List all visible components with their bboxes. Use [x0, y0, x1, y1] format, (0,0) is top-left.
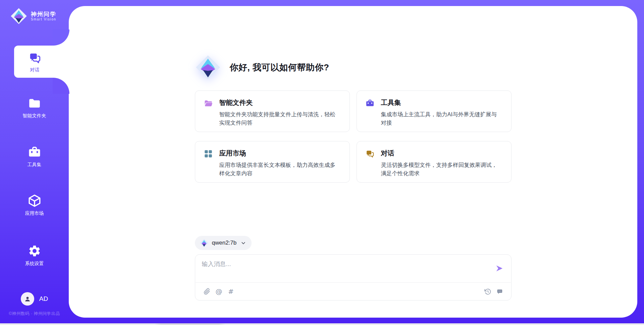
sidebar-item-market[interactable]: 应用市场	[0, 193, 69, 216]
feedback-button[interactable]	[496, 287, 504, 296]
hash-icon[interactable]: #	[227, 287, 235, 296]
greeting: 你好, 我可以如何帮助你?	[195, 54, 512, 80]
paperclip-icon	[204, 288, 210, 295]
attach-button[interactable]	[203, 287, 211, 296]
card-description: 应用市场提供丰富长文本模板，助力高效生成多样化文章内容	[219, 161, 341, 178]
chevron-down-icon	[240, 240, 246, 246]
brand-name: 神州问学	[31, 11, 56, 18]
sidebar-footer: ©神州数码 · 神州问学出品	[0, 311, 69, 317]
sidebar-item-label: 智能文件夹	[23, 113, 46, 119]
card-title: 工具集	[381, 98, 502, 107]
sidebar-item-label: 对话	[30, 67, 40, 73]
main-content-panel: 你好, 我可以如何帮助你? 智能文件夹 智能文件夹功能支持批量文件上传与清洗，轻…	[69, 6, 637, 318]
card-title: 智能文件夹	[219, 98, 341, 107]
greeting-text: 你好, 我可以如何帮助你?	[230, 62, 329, 73]
avatar	[21, 292, 34, 306]
grid-icon	[204, 149, 213, 158]
tab-fillet-top	[53, 29, 69, 46]
sidebar-item-settings[interactable]: 系统设置	[0, 244, 69, 267]
chat-bubbles-icon	[365, 149, 375, 158]
chat-bubble-icon	[496, 288, 503, 295]
folder-open-icon	[204, 99, 213, 108]
send-button[interactable]	[495, 264, 504, 273]
brand: 神州问学 Smart Vision	[10, 7, 56, 25]
send-arrow-icon	[495, 264, 504, 273]
card-description: 集成市场上主流工具，助力AI与外界无缝扩展与对接	[381, 110, 502, 127]
window-edge	[0, 323, 644, 325]
message-input[interactable]	[202, 260, 492, 282]
sidebar-item-label: 工具集	[28, 162, 42, 168]
chat-bubbles-icon	[28, 51, 42, 65]
sidebar-item-chat[interactable]: 对话	[14, 46, 69, 78]
card-toolkit[interactable]: 工具集 集成市场上主流工具，助力AI与外界无缝扩展与对接	[357, 90, 512, 132]
sidebar: 神州问学 Smart Vision 对话 智能文件夹	[0, 0, 69, 325]
sidebar-item-label: 应用市场	[25, 210, 44, 216]
user-profile[interactable]: AD	[0, 292, 69, 306]
feature-cards: 智能文件夹 智能文件夹功能支持批量文件上传与清洗，轻松实现文件问答 工具集 集成…	[195, 90, 512, 183]
briefcase-icon	[365, 99, 375, 108]
briefcase-icon	[27, 145, 42, 159]
person-icon	[23, 295, 32, 303]
gear-icon	[27, 244, 42, 258]
card-description: 灵活切换多模型文件，支持多样回复效果调试，满足个性化需求	[381, 161, 502, 178]
at-icon[interactable]: @	[215, 287, 223, 296]
card-smart-folder[interactable]: 智能文件夹 智能文件夹功能支持批量文件上传与清洗，轻松实现文件问答	[195, 90, 350, 132]
folder-icon	[27, 96, 42, 111]
composer: @ #	[195, 254, 512, 301]
history-button[interactable]	[484, 287, 492, 296]
card-title: 应用市场	[219, 149, 341, 158]
logo-gem-icon	[10, 7, 28, 25]
model-name: qwen2:7b	[212, 240, 237, 246]
sidebar-item-tools[interactable]: 工具集	[0, 145, 69, 168]
sidebar-item-folders[interactable]: 智能文件夹	[0, 96, 69, 119]
history-icon	[484, 288, 491, 295]
cube-icon	[27, 193, 42, 208]
tab-fillet-bottom	[53, 78, 69, 94]
logo-gem-icon	[200, 239, 209, 248]
card-description: 智能文件夹功能支持批量文件上传与清洗，轻松实现文件问答	[219, 110, 341, 127]
card-title: 对话	[381, 149, 502, 158]
sidebar-item-label: 系统设置	[25, 261, 44, 267]
model-selector[interactable]: qwen2:7b	[195, 236, 252, 250]
card-chat[interactable]: 对话 灵活切换多模型文件，支持多样回复效果调试，满足个性化需求	[357, 141, 512, 183]
brand-subtitle: Smart Vision	[31, 17, 56, 21]
logo-gem-icon	[195, 54, 221, 80]
user-initials: AD	[39, 295, 48, 303]
card-app-market[interactable]: 应用市场 应用市场提供丰富长文本模板，助力高效生成多样化文章内容	[195, 141, 350, 183]
